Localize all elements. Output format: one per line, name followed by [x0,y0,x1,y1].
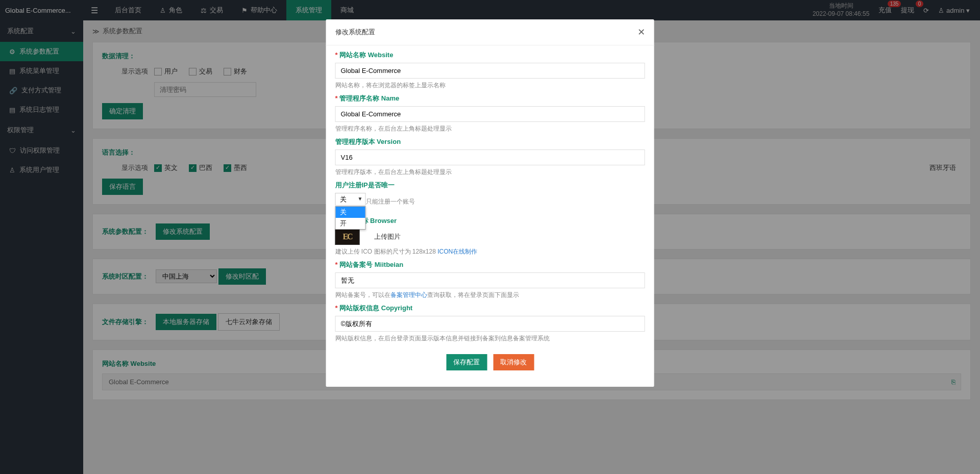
copyright-input[interactable] [335,316,645,332]
cancel-button[interactable]: 取消修改 [493,354,534,370]
field-label-copyright: 网站版权信息 Copyright [335,304,645,313]
ip-unique-select-wrap: 关 ▼ 关 开 [335,193,366,206]
app-name-input[interactable] [335,106,645,122]
icon-maker-link[interactable]: ICON在线制作 [437,248,477,255]
field-label-browser-icon: 浏览器图标 Browser [335,216,645,226]
field-hint: 只能注册一个账号 [366,197,645,206]
modal-body: 网站名称 Website 网站名称，将在浏览器的标签上显示名称 管理程序名称 N… [326,45,654,387]
save-config-button[interactable]: 保存配置 [446,354,487,370]
website-name-input[interactable] [335,63,645,79]
field-label-beian: 网站备案号 Miitbeian [335,260,645,269]
modal-header: 修改系统配置 ✕ [326,19,654,45]
field-hint: 管理程序名称，在后台左上角标题处理显示 [335,124,645,133]
field-hint: 网站版权信息，在后台登录页面显示版本信息并链接到备案到信息备案管理系统 [335,334,645,343]
ip-unique-dropdown: 关 开 [335,206,366,230]
favicon-preview: EC [335,229,360,245]
version-input[interactable] [335,149,645,165]
field-hint: 建议上传 ICO 图标的尺寸为 128x128 ICON在线制作 [335,247,645,256]
modal-footer: 保存配置 取消修改 [335,347,645,378]
modal-edit-config: 修改系统配置 ✕ 网站名称 Website 网站名称，将在浏览器的标签上显示名称… [326,19,654,387]
beian-input[interactable] [335,272,645,288]
field-label-website: 网站名称 Website [335,51,645,60]
ip-unique-select[interactable]: 关 [335,193,366,206]
field-hint: 管理程序版本，在后台左上角标题处理显示 [335,168,645,177]
dropdown-option-off[interactable]: 关 [336,207,365,218]
modal-title: 修改系统配置 [335,28,375,37]
field-label-ip-unique: 用户注册IP是否唯一 [335,181,645,190]
field-label-appname: 管理程序名称 Name [335,94,645,103]
beian-center-link[interactable]: 备案管理中心 [390,291,427,298]
field-hint: 网站名称，将在浏览器的标签上显示名称 [335,81,645,90]
modal-close-icon[interactable]: ✕ [638,27,645,38]
field-label-version: 管理程序版本 Version [335,137,645,146]
dropdown-option-on[interactable]: 开 [336,218,365,229]
field-hint: 网站备案号，可以在备案管理中心查询获取，将在登录页面下面显示 [335,291,645,300]
